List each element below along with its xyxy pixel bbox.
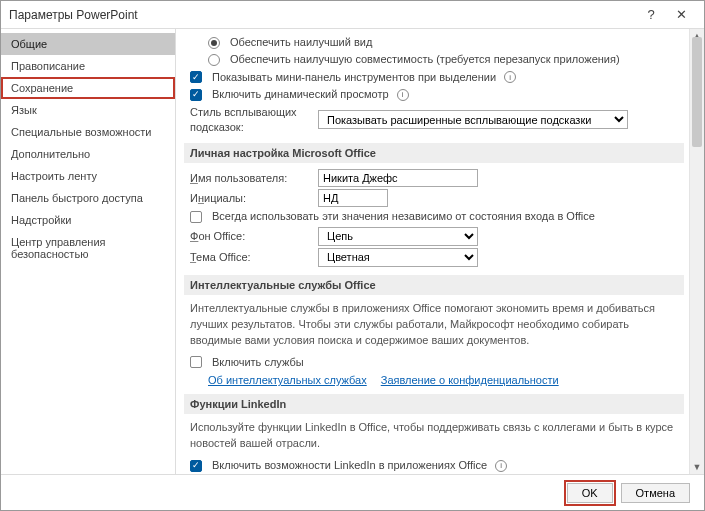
sidebar-item-trust-center[interactable]: Центр управления безопасностью (1, 231, 175, 265)
office-theme-combo[interactable]: Цветная (318, 248, 478, 267)
username-label: Имя пользователя: (190, 171, 312, 186)
check-live-preview[interactable] (190, 89, 202, 101)
sidebar-item-general[interactable]: Общие (1, 33, 175, 55)
check-mini-toolbar-label: Показывать мини-панель инструментов при … (212, 70, 496, 85)
info-icon[interactable]: i (504, 71, 516, 83)
check-enable-services-label: Включить службы (212, 355, 304, 370)
content-scrollbar[interactable]: ▲ ▼ (689, 29, 704, 474)
username-input[interactable] (318, 169, 478, 187)
link-about-intelligent[interactable]: Об интеллектуальных службах (208, 374, 367, 386)
section-linkedin: Функции LinkedIn (184, 394, 684, 414)
sidebar-item-advanced[interactable]: Дополнительно (1, 143, 175, 165)
ok-button[interactable]: OK (567, 483, 613, 503)
sidebar-item-addins[interactable]: Надстройки (1, 209, 175, 231)
check-live-preview-label: Включить динамический просмотр (212, 87, 389, 102)
link-privacy[interactable]: Заявление о конфиденциальности (381, 374, 559, 386)
check-mini-toolbar[interactable] (190, 71, 202, 83)
help-button[interactable]: ? (636, 1, 666, 29)
initials-label: Инициалы: (190, 191, 312, 206)
tooltip-style-label: Стиль всплывающих подсказок: (190, 105, 312, 136)
sidebar-item-language[interactable]: Язык (1, 99, 175, 121)
info-icon[interactable]: i (397, 89, 409, 101)
sidebar-item-accessibility[interactable]: Специальные возможности (1, 121, 175, 143)
intelligent-desc: Интеллектуальные службы в приложениях Of… (190, 301, 678, 349)
sidebar-item-save[interactable]: Сохранение (1, 77, 175, 99)
section-personal: Личная настройка Microsoft Office (184, 143, 684, 163)
sidebar-item-qat[interactable]: Панель быстрого доступа (1, 187, 175, 209)
radio-best-compat-label: Обеспечить наилучшую совместимость (треб… (230, 52, 620, 67)
radio-best-compat[interactable] (208, 54, 220, 66)
section-intelligent: Интеллектуальные службы Office (184, 275, 684, 295)
scroll-down-icon[interactable]: ▼ (690, 460, 704, 474)
category-sidebar: Общие Правописание Сохранение Язык Специ… (1, 29, 176, 474)
cancel-button[interactable]: Отмена (621, 483, 690, 503)
office-bg-combo[interactable]: Цепь (318, 227, 478, 246)
linkedin-desc: Используйте функции LinkedIn в Office, ч… (190, 420, 678, 452)
window-title: Параметры PowerPoint (9, 8, 636, 22)
check-linkedin[interactable] (190, 460, 202, 472)
initials-input[interactable] (318, 189, 388, 207)
check-always-use[interactable] (190, 211, 202, 223)
close-button[interactable]: ✕ (666, 1, 696, 29)
radio-best-view-label: Обеспечить наилучший вид (230, 35, 372, 50)
scroll-thumb[interactable] (692, 37, 702, 147)
radio-best-view[interactable] (208, 37, 220, 49)
office-bg-label: Фон Office: (190, 229, 312, 244)
check-enable-services[interactable] (190, 356, 202, 368)
sidebar-item-proofing[interactable]: Правописание (1, 55, 175, 77)
office-theme-label: Тема Office: (190, 250, 312, 265)
check-always-use-label: Всегда использовать эти значения независ… (212, 209, 595, 224)
tooltip-style-combo[interactable]: Показывать расширенные всплывающие подск… (318, 110, 628, 129)
check-linkedin-label: Включить возможности LinkedIn в приложен… (212, 458, 487, 473)
content-pane: ▲ ▼ Обеспечить наилучший вид Обеспечить … (176, 29, 704, 474)
info-icon[interactable]: i (495, 460, 507, 472)
sidebar-item-ribbon[interactable]: Настроить ленту (1, 165, 175, 187)
